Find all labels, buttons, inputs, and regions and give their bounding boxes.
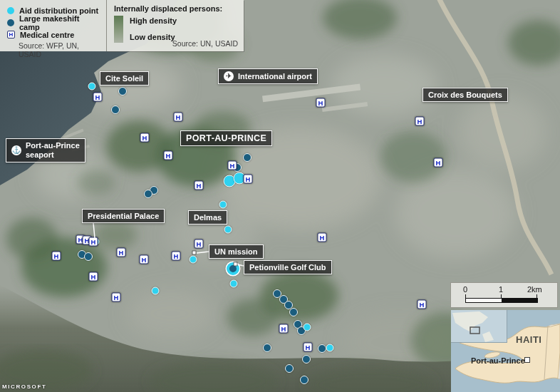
label-croix-des-bouquets: Croix des Bouquets — [422, 88, 508, 102]
label-text: Petionville Golf Club — [249, 263, 326, 272]
density-high-label: High density — [130, 16, 177, 25]
label-port-au-prince-seaport: ⚓Port-au-Princeseaport — [6, 138, 85, 163]
label-petionville-golf-club: Petionville Golf Club — [244, 260, 332, 274]
aid-point-legend-icon — [7, 7, 14, 14]
legend-label-medical: Medical centre — [20, 31, 74, 39]
label-text: UN mission — [214, 247, 258, 256]
legend-source-density: Source: UN, USAID — [172, 39, 238, 48]
inset-locator-map: HAITI Port-au-Prince — [451, 310, 560, 392]
label-port-au-prince: PORT-AU-PRINCE — [180, 130, 272, 146]
scale-label-1: 1 — [499, 285, 503, 294]
medical-centre-legend-icon: H — [7, 31, 15, 38]
density-title: Internally displaced persons: — [114, 4, 238, 13]
inset-city-label: Port-au-Prince — [471, 356, 525, 365]
inset-country-label: HAITI — [516, 334, 541, 345]
legend-label-camp: Large makeshift camp — [19, 14, 100, 31]
camp-legend-icon — [7, 19, 14, 26]
label-text: Croix des Bouquets — [428, 91, 502, 99]
anchor-icon: ⚓ — [11, 145, 21, 155]
label-text: International airport — [238, 72, 312, 81]
label-delmas: Delmas — [188, 210, 227, 225]
scale-bar: 0 1 2km — [451, 283, 557, 307]
label-text: PORT-AU-PRINCE — [186, 133, 266, 143]
label-text: Cite Soleil — [105, 74, 143, 83]
density-gradient-swatch — [114, 16, 123, 43]
scale-label-2km: 2km — [527, 285, 542, 294]
legend-density-panel: Internally displaced persons: High densi… — [107, 0, 244, 51]
haiti-aid-map: HHHHHHHHHHHHHHHHHHHHHHHH Cite Soleil✈Int… — [0, 0, 560, 392]
legend: Aid distribution point Large makeshift c… — [0, 0, 244, 51]
legend-source-markers: Source: WFP, UN, USAID — [7, 41, 100, 58]
legend-row-camp: Large makeshift camp — [7, 17, 100, 28]
legend-markers-panel: Aid distribution point Large makeshift c… — [0, 0, 107, 51]
inset-city-marker — [524, 357, 530, 363]
label-text: Presidential Palace — [88, 212, 159, 220]
label-presidential-palace: Presidential Palace — [82, 209, 165, 223]
density-low-label: Low density — [130, 33, 177, 41]
label-cite-soleil: Cite Soleil — [100, 71, 149, 86]
scale-label-0: 0 — [463, 285, 467, 294]
inset-world-minimap — [451, 310, 507, 343]
label-text: Port-au-Princeseaport — [26, 141, 80, 160]
scale-bar-rule — [465, 298, 538, 303]
label-text: Delmas — [194, 213, 222, 222]
label-un-mission: UN mission — [209, 244, 264, 259]
map-attribution: MICROSOFT — [2, 383, 46, 390]
airplane-icon: ✈ — [224, 71, 234, 81]
label-international-airport: ✈International airport — [218, 68, 318, 84]
